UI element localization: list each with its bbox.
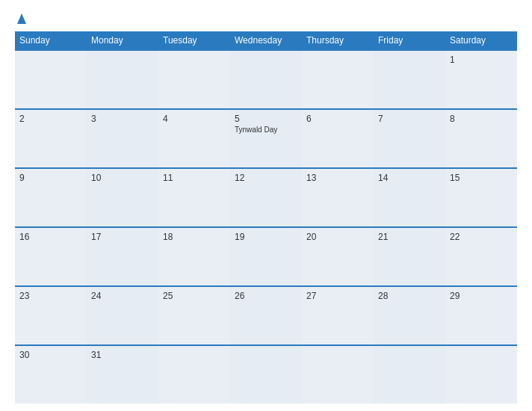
calendar-cell <box>230 346 302 404</box>
calendar-cell: 15 <box>445 169 517 226</box>
logo <box>15 13 26 24</box>
day-number: 22 <box>450 232 513 242</box>
calendar-cell: 17 <box>87 228 158 285</box>
day-header-wednesday: Wednesday <box>230 31 302 49</box>
calendar-cell: 13 <box>302 169 374 226</box>
day-number: 16 <box>19 232 82 242</box>
day-number: 4 <box>163 114 226 124</box>
calendar-cell: 30 <box>15 346 87 404</box>
day-number: 13 <box>306 173 369 183</box>
day-number: 6 <box>306 114 369 124</box>
week-row-0: 1 <box>15 49 517 108</box>
day-number: 30 <box>19 350 82 360</box>
calendar-cell: 23 <box>15 287 87 344</box>
week-row-1: 2345Tynwald Day678 <box>15 108 517 167</box>
calendar-cell: 10 <box>87 169 158 226</box>
day-number: 29 <box>450 291 513 301</box>
day-number: 15 <box>450 173 513 183</box>
calendar-cell <box>158 346 230 404</box>
calendar-cell: 19 <box>230 228 302 285</box>
calendar-cell: 16 <box>15 228 87 285</box>
day-header-thursday: Thursday <box>302 31 374 49</box>
week-row-3: 16171819202122 <box>15 226 517 285</box>
calendar-cell <box>445 346 517 404</box>
calendar-cell: 14 <box>374 169 445 226</box>
day-number: 5 <box>235 114 297 124</box>
day-number: 25 <box>163 291 226 301</box>
day-number: 28 <box>378 291 441 301</box>
calendar-cell <box>15 51 87 108</box>
calendar-cell: 7 <box>374 110 445 167</box>
calendar-cell: 18 <box>158 228 230 285</box>
day-number: 10 <box>91 173 154 183</box>
day-number: 7 <box>378 114 441 124</box>
day-number: 17 <box>91 232 154 242</box>
day-header-friday: Friday <box>374 31 445 49</box>
calendar-cell: 20 <box>302 228 374 285</box>
day-number: 11 <box>163 173 226 183</box>
calendar-page: SundayMondayTuesdayWednesdayThursdayFrid… <box>0 0 532 411</box>
calendar-cell: 4 <box>158 110 230 167</box>
calendar-cell: 21 <box>374 228 445 285</box>
calendar-cell <box>302 51 374 108</box>
calendar-cell: 27 <box>302 287 374 344</box>
calendar-cell: 29 <box>445 287 517 344</box>
week-row-4: 23242526272829 <box>15 285 517 344</box>
calendar-cell: 2 <box>15 110 87 167</box>
calendar-cell <box>374 51 445 108</box>
day-number: 14 <box>378 173 441 183</box>
day-header-tuesday: Tuesday <box>158 31 230 49</box>
calendar-cell: 8 <box>445 110 517 167</box>
calendar-cell: 12 <box>230 169 302 226</box>
calendar-cell: 28 <box>374 287 445 344</box>
event-label: Tynwald Day <box>235 126 297 134</box>
day-number: 26 <box>235 291 297 301</box>
day-header-sunday: Sunday <box>15 31 87 49</box>
day-number: 3 <box>91 114 154 124</box>
calendar-cell: 1 <box>445 51 517 108</box>
calendar-cell <box>230 51 302 108</box>
calendar-cell: 26 <box>230 287 302 344</box>
week-row-5: 3031 <box>15 344 517 404</box>
day-number: 8 <box>450 114 513 124</box>
weeks: 12345Tynwald Day678910111213141516171819… <box>15 49 517 404</box>
header <box>15 13 517 24</box>
day-number: 18 <box>163 232 226 242</box>
calendar-cell: 22 <box>445 228 517 285</box>
calendar-cell: 6 <box>302 110 374 167</box>
day-header-saturday: Saturday <box>445 31 517 49</box>
calendar: SundayMondayTuesdayWednesdayThursdayFrid… <box>15 31 517 404</box>
svg-marker-0 <box>17 13 26 24</box>
day-number: 12 <box>235 173 297 183</box>
day-number: 9 <box>19 173 82 183</box>
day-number: 27 <box>306 291 369 301</box>
calendar-cell: 5Tynwald Day <box>230 110 302 167</box>
calendar-cell <box>158 51 230 108</box>
calendar-cell: 11 <box>158 169 230 226</box>
logo-triangle-icon <box>17 13 26 24</box>
day-header-monday: Monday <box>87 31 158 49</box>
calendar-cell <box>302 346 374 404</box>
day-number: 31 <box>91 350 154 360</box>
calendar-cell <box>374 346 445 404</box>
calendar-cell <box>87 51 158 108</box>
week-row-2: 9101112131415 <box>15 167 517 226</box>
calendar-cell: 9 <box>15 169 87 226</box>
calendar-cell: 31 <box>87 346 158 404</box>
day-number: 1 <box>450 55 513 65</box>
day-number: 23 <box>19 291 82 301</box>
day-number: 20 <box>306 232 369 242</box>
day-headers: SundayMondayTuesdayWednesdayThursdayFrid… <box>15 31 517 49</box>
day-number: 24 <box>91 291 154 301</box>
day-number: 21 <box>378 232 441 242</box>
calendar-cell: 25 <box>158 287 230 344</box>
day-number: 2 <box>19 114 82 124</box>
calendar-cell: 24 <box>87 287 158 344</box>
day-number: 19 <box>235 232 297 242</box>
calendar-cell: 3 <box>87 110 158 167</box>
